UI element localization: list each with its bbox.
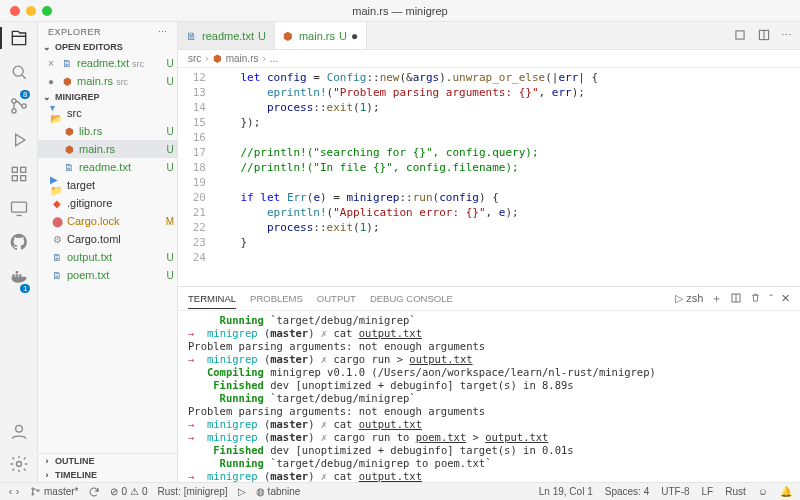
panel-maximize-icon[interactable]: ˆ (769, 293, 773, 305)
status-sync-icon[interactable] (88, 486, 100, 498)
status-remote-icon[interactable] (8, 486, 20, 498)
activity-remote-icon[interactable] (9, 198, 29, 218)
svg-rect-10 (15, 274, 18, 277)
panel-tab-problems[interactable]: PROBLEMS (250, 293, 303, 304)
file-item[interactable]: 🗎poem.txtU (38, 266, 177, 284)
svg-rect-7 (20, 176, 25, 181)
maximize-window-button[interactable] (42, 6, 52, 16)
activity-docker-icon[interactable] (9, 266, 29, 286)
status-spaces[interactable]: Spaces: 4 (605, 486, 649, 497)
more-actions-icon[interactable]: ⋯ (781, 29, 792, 42)
terminal-output[interactable]: Running `target/debug/minigrep` → minigr… (178, 311, 800, 482)
activity-explorer-icon[interactable] (9, 28, 29, 48)
file-icon: 🗎 (50, 268, 64, 282)
panel-tab-debug[interactable]: DEBUG CONSOLE (370, 293, 453, 304)
status-language[interactable]: Rust (725, 486, 746, 497)
status-rust-project[interactable]: Rust: [minigrep] (158, 486, 228, 497)
window-titlebar: main.rs — minigrep (0, 0, 800, 22)
svg-rect-4 (12, 167, 17, 172)
breadcrumbs[interactable]: src› ⬢main.rs› ... (178, 50, 800, 68)
file-icon: 🗎 (60, 56, 74, 70)
status-encoding[interactable]: UTF-8 (661, 486, 689, 497)
status-bar: master* ⊘ 0 ⚠ 0 Rust: [minigrep] ▷ ◍ tab… (0, 482, 800, 500)
file-item[interactable]: ⬢lib.rsU (38, 122, 177, 140)
activity-bar: 8 1 (0, 22, 38, 482)
status-notifications-icon[interactable]: 🔔 (780, 486, 792, 497)
activity-scm-icon[interactable] (9, 96, 29, 116)
activity-debug-icon[interactable] (9, 130, 29, 150)
timeline-section[interactable]: ›TIMELINE (38, 468, 177, 482)
terminal-new-icon[interactable]: ＋ (711, 291, 722, 306)
status-run-icon[interactable]: ▷ (238, 486, 246, 497)
svg-point-1 (11, 99, 15, 103)
editor-tab[interactable]: ⬢main.rsU● (275, 22, 367, 49)
status-tabnine[interactable]: ◍ tabnine (256, 486, 301, 497)
editor-tabs: 🗎readme.txtU⬢main.rsU● ⋯ (178, 22, 800, 50)
explorer-title: EXPLORER (48, 27, 101, 37)
split-editor-icon[interactable] (757, 28, 771, 44)
file-icon: ◆ (50, 196, 64, 210)
activity-account-icon[interactable] (9, 422, 29, 442)
terminal-kill-icon[interactable] (750, 292, 761, 305)
status-feedback-icon[interactable]: ☺ (758, 486, 768, 497)
svg-point-2 (11, 109, 15, 113)
file-icon: ⬢ (60, 74, 74, 88)
minimize-window-button[interactable] (26, 6, 36, 16)
svg-rect-11 (19, 274, 22, 277)
dirty-icon: ● (351, 29, 358, 43)
activity-settings-icon[interactable] (9, 454, 29, 474)
svg-rect-9 (12, 274, 15, 277)
project-section[interactable]: ⌄MINIGREP (38, 90, 177, 104)
file-icon: 🗎 (186, 30, 198, 42)
dirty-icon[interactable]: ● (48, 76, 60, 87)
explorer-more-icon[interactable]: ⋯ (158, 27, 168, 37)
svg-point-19 (32, 493, 34, 495)
close-window-button[interactable] (10, 6, 20, 16)
status-branch[interactable]: master* (30, 486, 78, 497)
file-item[interactable]: ⬤Cargo.lockM (38, 212, 177, 230)
svg-rect-12 (15, 271, 18, 274)
file-icon: ▶ 📁 (50, 178, 64, 192)
panel-tab-terminal[interactable]: TERMINAL (188, 293, 236, 309)
svg-point-18 (32, 488, 34, 490)
svg-rect-8 (11, 202, 26, 212)
status-problems[interactable]: ⊘ 0 ⚠ 0 (110, 486, 147, 497)
window-title: main.rs — minigrep (352, 5, 447, 17)
panel-close-icon[interactable]: ✕ (781, 292, 790, 305)
folder-item[interactable]: ▾ 📂src (38, 104, 177, 122)
editor-tab[interactable]: 🗎readme.txtU (178, 22, 275, 49)
activity-search-icon[interactable] (9, 62, 29, 82)
open-editors-section[interactable]: ⌄OPEN EDITORS (38, 40, 177, 54)
file-icon: 🗎 (62, 160, 76, 174)
panel-tab-output[interactable]: OUTPUT (317, 293, 356, 304)
file-icon: ⬢ (283, 30, 295, 42)
file-item[interactable]: ◆.gitignore (38, 194, 177, 212)
folder-item[interactable]: ▶ 📁target (38, 176, 177, 194)
close-icon[interactable]: × (48, 58, 60, 69)
code-editor[interactable]: 12 13 14 15 16 17 18 19 20 21 22 23 24 l… (178, 68, 800, 286)
svg-rect-5 (20, 167, 25, 172)
svg-point-3 (21, 104, 25, 108)
open-editor-item[interactable]: ●⬢main.rs srcU (38, 72, 177, 90)
terminal-split-icon[interactable] (730, 292, 742, 306)
scm-badge: 8 (20, 90, 30, 99)
svg-point-20 (37, 490, 39, 492)
open-editor-item[interactable]: ×🗎readme.txt srcU (38, 54, 177, 72)
file-icon: ⬢ (62, 124, 76, 138)
docker-badge: 1 (20, 284, 30, 293)
activity-extensions-icon[interactable] (9, 164, 29, 184)
terminal-launch-profile[interactable]: ▷ zsh (675, 292, 703, 305)
activity-github-icon[interactable] (9, 232, 29, 252)
run-button-icon[interactable] (733, 28, 747, 44)
file-icon: ⬤ (50, 214, 64, 228)
outline-section[interactable]: ›OUTLINE (38, 454, 177, 468)
status-cursor[interactable]: Ln 19, Col 1 (539, 486, 593, 497)
svg-rect-6 (12, 176, 17, 181)
file-item[interactable]: 🗎output.txtU (38, 248, 177, 266)
svg-rect-15 (736, 30, 744, 38)
file-icon: 🗎 (50, 250, 64, 264)
file-item[interactable]: ⚙Cargo.toml (38, 230, 177, 248)
file-item[interactable]: ⬢main.rsU (38, 140, 177, 158)
file-icon: ▾ 📂 (50, 106, 64, 120)
status-eol[interactable]: LF (702, 486, 714, 497)
